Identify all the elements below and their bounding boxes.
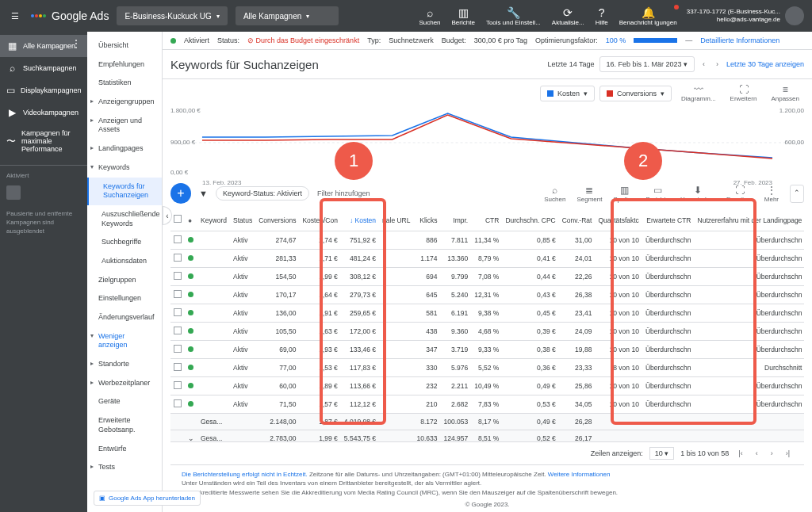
table-row[interactable]: Aktiv60,001,89 €113,66 €2322.21110,49 %0…	[170, 377, 804, 395]
menu-icon[interactable]: ☰	[8, 9, 22, 23]
nav1-pmax[interactable]: 〜Kampagnen für maximale Performance	[0, 124, 87, 159]
rows-per-page[interactable]: 10 ▾	[649, 447, 675, 460]
column-header[interactable]: ●	[185, 208, 197, 231]
nav2-item[interactable]: Erweiterte Gebotsanp.	[87, 411, 162, 439]
tbl-reports[interactable]: ▭Berichte	[642, 185, 674, 203]
nav2-item[interactable]: Änderungsverlauf	[87, 308, 162, 327]
nav2-item[interactable]: Anzeigengruppen	[87, 93, 162, 112]
column-header[interactable]: Conv.-Rat	[559, 208, 596, 231]
breadcrumb-campaign[interactable]: Alle Kampagnen▾	[236, 6, 339, 25]
header-notify[interactable]: 🔔Benachricht igungen	[615, 6, 682, 26]
details-link[interactable]: Detaillierte Informationen	[700, 36, 779, 44]
row-checkbox[interactable]	[174, 290, 182, 298]
row-checkbox[interactable]	[174, 272, 182, 280]
budget-warning[interactable]: ⊘ Durch das Budget eingeschränkt	[247, 36, 359, 44]
nav2-item[interactable]: Zielgruppen	[87, 271, 162, 290]
table-row[interactable]: Aktiv170,171,64 €279,73 €6455.24012,31 %…	[170, 286, 804, 304]
page-last[interactable]: ›|	[783, 449, 793, 457]
row-checkbox[interactable]	[174, 345, 182, 353]
nav2-item[interactable]: Empfehlungen	[87, 55, 162, 75]
table-row[interactable]: Aktiv77,001,53 €117,83 €3305.9765,52 %0,…	[170, 359, 804, 377]
row-checkbox[interactable]	[174, 235, 182, 243]
column-header[interactable]	[170, 208, 185, 231]
nav2-item[interactable]: Suchbegriffe	[87, 233, 162, 252]
nav2-item[interactable]: Auktionsdaten	[87, 252, 162, 271]
avatar[interactable]	[785, 6, 804, 25]
date-preset[interactable]: Letzte 14 Tage	[548, 60, 595, 68]
nav1-video[interactable]: ▶Videokampagnen	[0, 101, 87, 124]
filter-icon[interactable]: ▼	[199, 189, 208, 198]
metric2-chip[interactable]: Conversions▾	[599, 86, 672, 101]
row-checkbox[interactable]	[174, 381, 182, 389]
header-help[interactable]: ?Hilfe	[591, 6, 613, 26]
tbl-more[interactable]: ⋮Mehr	[760, 185, 783, 203]
column-header[interactable]: Erwartete CTR	[642, 208, 695, 231]
column-header[interactable]: Klicks	[413, 208, 440, 231]
page-prev[interactable]: ‹	[753, 449, 761, 457]
nav2-item[interactable]: Geräte	[87, 392, 162, 411]
date-range-picker[interactable]: 16. Feb bis 1. Mär 2023 ▾	[599, 56, 695, 72]
column-header[interactable]: CTR	[471, 208, 502, 231]
table-row[interactable]: Aktiv136,001,91 €259,65 €5816.1919,38 %0…	[170, 304, 804, 323]
header-search[interactable]: ⌕Suchen	[414, 6, 445, 26]
nav2-item[interactable]: Weniger anzeigen	[87, 327, 162, 355]
chevron-down-icon[interactable]: ⌄	[188, 434, 194, 441]
nav1-thumbnail[interactable]	[6, 185, 21, 200]
row-checkbox[interactable]	[174, 254, 182, 262]
app-download-badge[interactable]: ▣ Google Ads App herunterladen	[94, 491, 201, 506]
nav2-item[interactable]: Auszuschließende Keywords	[87, 205, 162, 233]
nav2-item[interactable]: Statistiken	[87, 74, 162, 93]
column-header[interactable]: Conversions	[255, 208, 299, 231]
nav2-item[interactable]: Entwürfe	[87, 440, 162, 459]
page-next[interactable]: ›	[768, 449, 776, 457]
column-header[interactable]: Keyword	[197, 208, 230, 231]
column-header[interactable]: Status	[230, 208, 255, 231]
table-row[interactable]: Aktiv105,501,63 €172,00 €4389.3604,68 %0…	[170, 323, 804, 341]
breadcrumb-account[interactable]: E-Business-Kuckuck UG▾	[117, 6, 227, 25]
header-refresh[interactable]: ⟳Aktualisie...	[547, 6, 589, 26]
column-header[interactable]: Durchschn. CPC	[502, 208, 558, 231]
tbl-search[interactable]: ⌕Suchen	[539, 185, 570, 203]
column-header[interactable]: Impr.	[440, 208, 471, 231]
column-header[interactable]: Kosten/Con	[299, 208, 340, 231]
nav1-search[interactable]: ⌕Suchkampagnen	[0, 57, 87, 79]
table-row[interactable]: Aktiv154,501,99 €308,12 €6949.7997,08 %0…	[170, 268, 804, 286]
column-expand-toggle[interactable]: ⌃	[790, 185, 804, 203]
select-all-checkbox[interactable]	[174, 215, 182, 223]
table-row[interactable]: Aktiv69,001,93 €133,46 €3473.7199,33 %0,…	[170, 341, 804, 359]
nav2-item[interactable]: Einstellungen	[87, 289, 162, 308]
tbl-expand[interactable]: ⛶Erweitern	[722, 185, 758, 203]
tbl-segment[interactable]: ≣Segment	[572, 185, 607, 203]
nav2-item[interactable]: Standorte	[87, 355, 162, 374]
chart-expand[interactable]: ⛶Erweitern	[726, 84, 762, 102]
nav2-item[interactable]: Tests	[87, 458, 162, 477]
nav2-item[interactable]: Anzeigen und Assets	[87, 112, 162, 139]
nav1-display[interactable]: ▭Displaykampagnen	[0, 79, 87, 101]
date-prev[interactable]: ‹	[699, 60, 708, 68]
column-header[interactable]: Nutzererfahru mit der Landingpage	[695, 208, 804, 231]
add-button[interactable]: +	[170, 183, 191, 204]
more-icon[interactable]: ⋮	[71, 38, 81, 49]
tbl-download[interactable]: ⬇Herunterla...	[676, 185, 720, 203]
table-row[interactable]: Aktiv71,501,57 €112,12 €2102.6827,83 %0,…	[170, 395, 804, 414]
column-header[interactable]: ↓ Kosten	[341, 208, 379, 231]
metric1-chip[interactable]: Kosten▾	[540, 86, 595, 101]
filter-pill-status[interactable]: Keyword-Status: Aktiviert	[216, 186, 309, 201]
nav2-item[interactable]: Übersicht	[87, 36, 162, 55]
opt-score[interactable]: 100 %	[606, 36, 626, 44]
nav2-item[interactable]: Landingpages	[87, 139, 162, 159]
table-row[interactable]: Aktiv274,672,74 €751,92 €8867.81111,34 %…	[170, 231, 804, 250]
row-checkbox[interactable]	[174, 399, 182, 407]
chart-adjust[interactable]: ≡Anpassen	[766, 84, 804, 102]
table-row[interactable]: Aktiv281,331,71 €481,24 €1.17413.3608,79…	[170, 250, 804, 268]
tbl-columns[interactable]: ▥Spalten	[608, 185, 639, 203]
nav2-item[interactable]: Keywords für Suchanzeigen	[87, 178, 162, 205]
column-header[interactable]: Qualitätsfaktc	[595, 208, 642, 231]
row-checkbox[interactable]	[174, 327, 182, 334]
table-wrapper[interactable]: ●KeywordStatusConversionsKosten/Con↓ Kos…	[170, 208, 804, 441]
row-checkbox[interactable]	[174, 363, 182, 371]
add-filter-link[interactable]: Filter hinzufügen	[317, 189, 370, 197]
chart-type[interactable]: 〰Diagramm...	[676, 84, 721, 102]
header-reports[interactable]: ▥Berichte	[447, 6, 480, 26]
nav2-item[interactable]: Werbezeitplaner	[87, 374, 162, 393]
